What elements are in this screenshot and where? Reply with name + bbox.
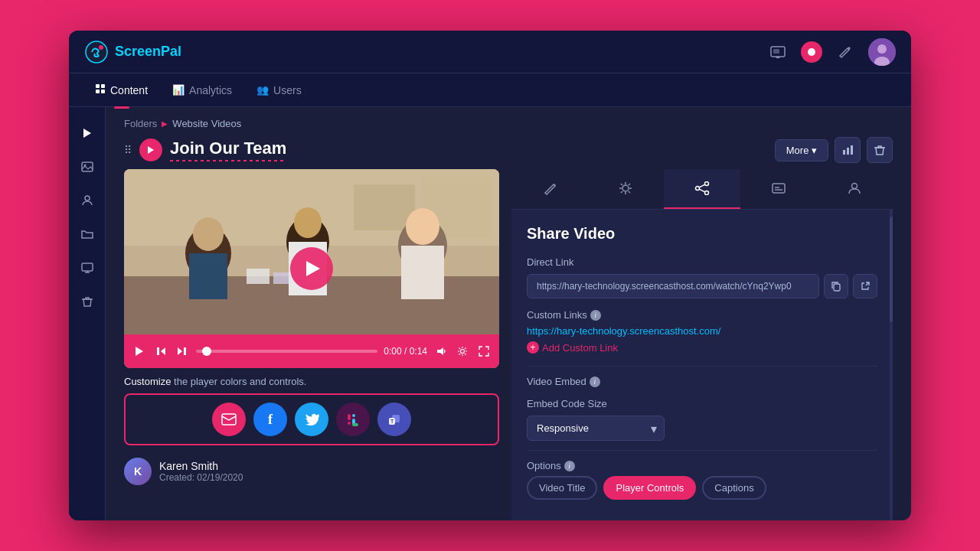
tab-edit[interactable] xyxy=(511,169,588,209)
svg-rect-46 xyxy=(348,422,351,425)
share-email-button[interactable] xyxy=(212,403,246,436)
video-container: 0:00 / 0:14 xyxy=(124,169,499,368)
rewind-button[interactable] xyxy=(153,346,168,357)
logo-icon xyxy=(84,40,109,64)
svg-rect-23 xyxy=(354,184,415,230)
svg-rect-47 xyxy=(352,414,355,417)
progress-dot xyxy=(202,347,211,356)
two-panel: 0:00 / 0:14 xyxy=(106,169,911,520)
sidebar-item-folder[interactable] xyxy=(74,220,101,248)
svg-point-54 xyxy=(704,182,708,186)
svg-rect-34 xyxy=(401,246,444,299)
embed-size-select-wrapper: Responsive 640x480 980x551 Custom xyxy=(527,416,665,441)
share-twitter-button[interactable] xyxy=(295,403,328,436)
svg-point-53 xyxy=(622,185,629,191)
svg-point-4 xyxy=(808,48,815,56)
edit-icon[interactable] xyxy=(835,41,856,63)
share-content: Share Video Direct Link https://hary-tec… xyxy=(511,210,893,520)
drag-handle-icon[interactable]: ⠿ xyxy=(124,144,132,156)
sidebar-item-image[interactable] xyxy=(74,153,101,181)
direct-link-input[interactable]: https://hary-technology.screencasthost.c… xyxy=(527,274,819,298)
nav-item-analytics[interactable]: 📊 Analytics xyxy=(162,78,243,103)
svg-rect-49 xyxy=(352,423,358,426)
share-teams-button[interactable]: T xyxy=(377,403,411,436)
content-nav-icon xyxy=(95,83,106,96)
video-meta: K Karen Smith Created: 02/19/2020 xyxy=(124,453,499,485)
svg-rect-20 xyxy=(851,145,853,155)
player-bar: 0:00 / 0:14 xyxy=(124,334,499,368)
screen-capture-icon[interactable] xyxy=(767,41,789,63)
share-panel: Share Video Direct Link https://hary-tec… xyxy=(511,169,893,520)
share-slack-button[interactable] xyxy=(336,403,370,436)
user-avatar[interactable] xyxy=(868,38,896,66)
more-button[interactable]: More ▾ xyxy=(775,139,828,161)
title-left: ⠿ Join Our Team xyxy=(124,139,286,161)
settings-button[interactable] xyxy=(455,346,470,357)
svg-point-0 xyxy=(86,41,107,63)
open-link-button[interactable] xyxy=(853,274,877,298)
custom-links-info-icon: i xyxy=(590,310,601,321)
svg-rect-11 xyxy=(101,90,105,93)
tab-share[interactable] xyxy=(664,169,740,209)
svg-rect-13 xyxy=(82,162,93,171)
top-right-icons xyxy=(767,38,896,66)
svg-point-30 xyxy=(294,207,322,238)
option-video-title[interactable]: Video Title xyxy=(527,476,597,500)
custom-links-label: Custom Links i xyxy=(527,309,877,321)
sidebar-item-trash[interactable] xyxy=(74,288,101,315)
nav-analytics-label: Analytics xyxy=(189,84,232,96)
breadcrumb-current: Website Videos xyxy=(172,118,241,129)
play-control-button[interactable] xyxy=(132,346,147,357)
embed-size-select[interactable]: Responsive 640x480 980x551 Custom xyxy=(527,416,665,441)
share-facebook-button[interactable]: f xyxy=(253,403,287,436)
panel-tabs xyxy=(511,169,893,210)
video-customize-area: Customize the player colors and controls… xyxy=(124,376,499,445)
tab-person[interactable] xyxy=(816,169,893,209)
svg-rect-9 xyxy=(101,84,105,88)
svg-text:T: T xyxy=(390,419,394,424)
analytics-nav-icon: 📊 xyxy=(172,84,185,96)
svg-point-58 xyxy=(852,184,858,189)
top-bar: ScreenPal xyxy=(69,31,911,73)
record-icon[interactable] xyxy=(801,41,822,63)
copy-link-button[interactable] xyxy=(824,274,848,298)
forward-button[interactable] xyxy=(175,346,190,357)
svg-point-55 xyxy=(704,191,708,195)
sidebar-item-screen[interactable] xyxy=(74,254,101,282)
volume-button[interactable] xyxy=(433,346,449,357)
svg-rect-41 xyxy=(184,347,186,355)
option-player-controls[interactable]: Player Controls xyxy=(603,476,696,500)
meta-info: Karen Smith Created: 02/19/2020 xyxy=(159,460,243,483)
svg-marker-38 xyxy=(161,347,165,355)
svg-point-6 xyxy=(877,44,887,54)
fullscreen-button[interactable] xyxy=(476,346,492,357)
add-custom-link-button[interactable]: + Add Custom Link xyxy=(527,341,877,354)
scroll-indicator xyxy=(890,209,893,520)
sidebar-item-user[interactable] xyxy=(74,187,101,214)
delete-button[interactable] xyxy=(867,137,893,163)
chart-button[interactable] xyxy=(835,137,861,163)
nav-item-content[interactable]: Content xyxy=(84,77,158,103)
title-actions: More ▾ xyxy=(775,137,893,163)
breadcrumb-folders[interactable]: Folders xyxy=(124,118,157,129)
creator-name: Karen Smith xyxy=(159,460,243,472)
progress-bar[interactable] xyxy=(196,350,377,353)
svg-point-27 xyxy=(193,217,224,251)
sidebar-item-play[interactable] xyxy=(74,119,101,147)
options-row: Video Title Player Controls Captions xyxy=(527,476,877,500)
tab-captions[interactable] xyxy=(740,169,817,209)
nav-item-users[interactable]: 👥 Users xyxy=(246,78,312,103)
option-captions[interactable]: Captions xyxy=(702,476,766,500)
video-play-button[interactable] xyxy=(290,247,333,290)
scroll-thumb[interactable] xyxy=(890,217,893,322)
svg-marker-17 xyxy=(148,146,154,154)
svg-rect-8 xyxy=(96,84,100,88)
svg-point-33 xyxy=(406,208,439,245)
title-row: ⠿ Join Our Team More ▾ xyxy=(124,137,893,163)
custom-link-url: https://hary-technology.screencasthost.c… xyxy=(527,325,877,337)
svg-rect-19 xyxy=(847,148,849,155)
logo: ScreenPal xyxy=(84,40,181,64)
tab-effects[interactable] xyxy=(588,169,665,209)
svg-rect-45 xyxy=(348,414,351,420)
nav-users-label: Users xyxy=(273,84,302,96)
